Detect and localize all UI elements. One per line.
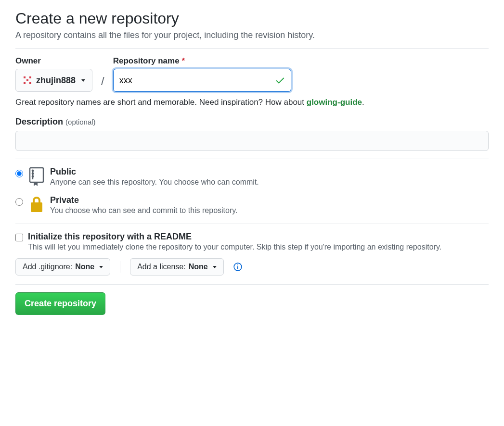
repo-icon bbox=[29, 167, 44, 186]
divider bbox=[15, 284, 489, 285]
owner-avatar-icon bbox=[23, 75, 32, 85]
svg-point-7 bbox=[32, 170, 33, 171]
svg-rect-0 bbox=[24, 76, 26, 78]
svg-rect-1 bbox=[29, 76, 31, 78]
repo-name-hint: Great repository names are short and mem… bbox=[15, 98, 489, 107]
private-title: Private bbox=[50, 195, 489, 205]
owner-label: Owner bbox=[15, 56, 92, 66]
caret-down-icon bbox=[213, 266, 217, 268]
suggestion-link[interactable]: glowing-guide bbox=[307, 98, 362, 107]
owner-value: zhujin888 bbox=[36, 75, 76, 86]
public-title: Public bbox=[50, 167, 489, 177]
gitignore-select-button[interactable]: Add .gitignore: None bbox=[15, 258, 110, 276]
description-label: Description (optional) bbox=[15, 117, 489, 127]
check-icon bbox=[275, 75, 285, 86]
repo-name-label: Repository name * bbox=[113, 56, 291, 66]
visibility-public-option[interactable]: Public Anyone can see this repository. Y… bbox=[15, 167, 489, 187]
caret-down-icon bbox=[99, 266, 103, 268]
info-icon[interactable] bbox=[233, 263, 242, 271]
public-desc: Anyone can see this repository. You choo… bbox=[50, 178, 489, 187]
divider bbox=[15, 48, 489, 49]
owner-repo-separator: / bbox=[101, 75, 104, 88]
caret-down-icon bbox=[81, 79, 85, 82]
required-star: * bbox=[181, 56, 185, 65]
create-repository-button[interactable]: Create repository bbox=[15, 292, 105, 315]
init-readme-checkbox[interactable] bbox=[15, 234, 23, 241]
lock-icon bbox=[29, 195, 44, 214]
init-readme-option[interactable]: Initialize this repository with a README bbox=[15, 232, 489, 242]
license-select-button[interactable]: Add a license: None bbox=[130, 258, 224, 276]
init-desc: This will let you immediately clone the … bbox=[28, 243, 489, 251]
page-subtitle: A repository contains all the files for … bbox=[15, 30, 489, 40]
optional-note: (optional) bbox=[65, 118, 96, 126]
repo-name-input[interactable] bbox=[113, 69, 291, 92]
description-input[interactable] bbox=[15, 131, 489, 151]
svg-rect-2 bbox=[26, 79, 28, 81]
svg-point-8 bbox=[32, 173, 33, 174]
svg-rect-3 bbox=[24, 82, 26, 84]
public-radio[interactable] bbox=[15, 170, 23, 177]
svg-point-9 bbox=[32, 176, 33, 177]
divider bbox=[15, 159, 489, 159]
owner-select-button[interactable]: zhujin888 bbox=[15, 69, 92, 92]
svg-point-12 bbox=[237, 264, 238, 265]
page-title: Create a new repository bbox=[15, 10, 489, 27]
svg-rect-4 bbox=[29, 82, 31, 84]
private-radio[interactable] bbox=[15, 198, 23, 206]
visibility-private-option[interactable]: Private You choose who can see and commi… bbox=[15, 195, 489, 215]
private-desc: You choose who can see and commit to thi… bbox=[50, 206, 489, 215]
divider bbox=[15, 224, 489, 224]
vertical-separator bbox=[120, 261, 120, 273]
init-title: Initialize this repository with a README bbox=[28, 232, 192, 242]
